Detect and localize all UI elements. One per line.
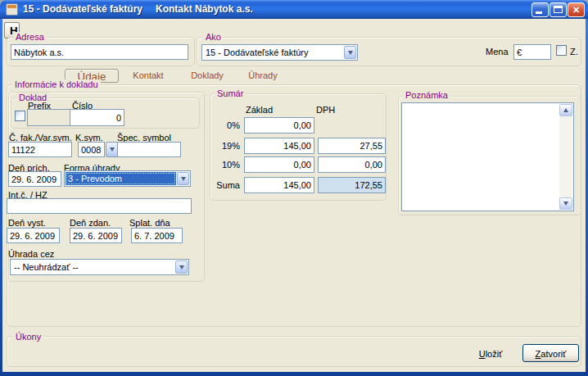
z-checkbox[interactable] — [556, 45, 567, 56]
prefix-input — [27, 109, 70, 126]
splat-dna-input[interactable] — [131, 228, 183, 243]
mena-label: Mena — [486, 47, 509, 57]
close-button[interactable]: ✕ — [568, 2, 585, 17]
close-window-button[interactable]: Zatvoriť — [522, 344, 579, 362]
intc-input[interactable] — [7, 198, 192, 214]
chevron-down-icon[interactable] — [175, 260, 188, 274]
forma-uhrady-value: 3 - Prevodom — [66, 172, 176, 185]
doklad-checkbox[interactable] — [15, 111, 25, 121]
chevron-down-icon[interactable] — [177, 172, 189, 185]
ako-group-label: Ako — [203, 32, 224, 42]
sumar-row-label: 19% — [214, 141, 240, 151]
scroll-up-button[interactable] — [559, 104, 572, 116]
forma-uhrady-combobox[interactable]: 3 - Prevodom — [64, 170, 191, 187]
ksym-input[interactable] — [78, 142, 105, 157]
sumar-suma-zaklad[interactable] — [244, 177, 314, 193]
sumar-19-dph[interactable] — [318, 138, 386, 154]
window-title-right: Kontakt Nábytok a.s. — [156, 3, 253, 15]
den-prich-input[interactable] — [8, 171, 61, 187]
chevron-down-icon — [110, 147, 115, 152]
window-title: 15 - Dodávateľské faktúryKontakt Nábytok… — [23, 0, 253, 19]
client-area: H Adresa Ako 15 - Dodávateľské faktúry M… — [2, 19, 586, 372]
ako-combobox[interactable]: 15 - Dodávateľské faktúry — [201, 44, 358, 61]
den-zdan-label: Deň zdan. — [70, 218, 111, 228]
info-group-label: Informácie k dokladu — [12, 79, 101, 89]
sumar-19-zaklad[interactable] — [244, 138, 314, 154]
cfak-input[interactable] — [8, 142, 72, 157]
uhrada-cez-label: Úhrada cez — [8, 249, 54, 259]
close-icon: ✕ — [568, 4, 584, 16]
sumar-col-dph: DPH — [316, 105, 335, 115]
minimize-button[interactable] — [531, 2, 549, 17]
sumar-row-label: Suma — [214, 180, 240, 190]
scroll-down-button[interactable] — [559, 197, 572, 210]
maximize-icon — [554, 6, 563, 13]
den-vyst-label: Deň vyst. — [8, 218, 46, 228]
titlebar[interactable]: 15 - Dodávateľské faktúryKontakt Nábytok… — [0, 0, 588, 19]
den-vyst-input[interactable] — [7, 228, 60, 243]
arrow-down-icon — [563, 202, 568, 206]
arrow-up-icon — [563, 108, 568, 112]
uhrada-cez-value: -- Neuhrádzať -- — [11, 260, 174, 274]
save-button[interactable]: Uložiť — [470, 345, 511, 361]
splat-dna-label: Splat. dňa — [129, 218, 170, 228]
poznamka-scrollbar[interactable] — [559, 104, 572, 210]
app-window: 15 - Dodávateľské faktúryKontakt Nábytok… — [0, 0, 588, 376]
sumar-col-zaklad: Základ — [246, 105, 273, 115]
sumar-10-dph[interactable] — [318, 156, 386, 173]
tab-uhrady[interactable]: Úhrady — [245, 70, 281, 80]
adresa-input[interactable] — [11, 44, 188, 60]
ako-combobox-value: 15 - Dodávateľské faktúry — [203, 46, 343, 59]
den-zdan-input[interactable] — [70, 228, 122, 243]
uhrada-cez-combobox[interactable]: -- Neuhrádzať -- — [10, 259, 189, 275]
poznamka-group-label: Poznámka — [403, 90, 450, 100]
sumar-row-label: 10% — [214, 160, 240, 170]
spec-input[interactable] — [117, 142, 181, 157]
mena-input[interactable] — [513, 44, 551, 60]
adresa-group-label: Adresa — [13, 32, 47, 42]
sumar-0-zaklad[interactable] — [244, 117, 314, 134]
cislo-input[interactable] — [70, 109, 124, 126]
sumar-10-zaklad[interactable] — [244, 156, 314, 173]
app-icon — [6, 3, 18, 16]
chevron-down-icon[interactable] — [344, 46, 356, 59]
minimize-icon — [536, 11, 542, 14]
z-checkbox-label: Z. — [570, 47, 578, 57]
sumar-suma-dph — [318, 177, 386, 193]
sumar-group-label: Sumár — [215, 88, 246, 98]
tab-kontakt[interactable]: Kontakt — [130, 70, 166, 80]
poznamka-textarea[interactable] — [401, 102, 574, 211]
window-title-left: 15 - Dodávateľské faktúry — [23, 3, 142, 15]
maximize-button[interactable] — [550, 2, 567, 17]
ukony-group-label: Úkony — [13, 332, 43, 342]
sumar-row-label: 0% — [214, 120, 240, 130]
tab-doklady[interactable]: Doklady — [188, 70, 226, 80]
